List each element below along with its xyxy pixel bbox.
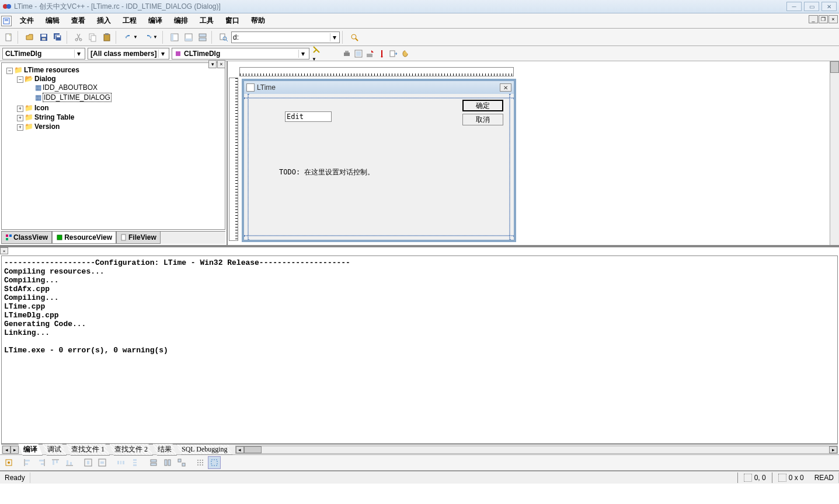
paste-button[interactable] <box>100 31 113 44</box>
svg-rect-21 <box>185 38 192 41</box>
output-tab-prev[interactable]: ◂ <box>2 446 11 454</box>
close-button[interactable]: ✕ <box>821 2 837 11</box>
cut-button[interactable] <box>72 31 85 44</box>
output-tab-sql[interactable]: SQL Debugging <box>176 444 233 455</box>
save-button[interactable] <box>37 31 50 44</box>
menu-insert[interactable]: 插入 <box>91 14 117 27</box>
align-left-button[interactable] <box>21 456 34 469</box>
expand-icon[interactable]: + <box>17 124 23 131</box>
make-same-size-button[interactable] <box>175 456 188 469</box>
tree-stringtable-folder[interactable]: String Table <box>34 113 74 121</box>
output-close-button[interactable]: × <box>0 247 8 254</box>
svg-rect-19 <box>171 34 173 41</box>
dialog-close-button[interactable]: ✕ <box>500 83 511 92</box>
horizontal-ruler[interactable] <box>239 67 514 76</box>
cancel-button[interactable]: 取消 <box>462 114 503 125</box>
go-button[interactable] <box>389 49 398 58</box>
workspace-pin-button[interactable]: ▾ <box>208 60 217 68</box>
menu-edit[interactable]: 编辑 <box>40 14 65 27</box>
build-compile-button[interactable] <box>342 49 351 58</box>
tree-item-ltime-dialog[interactable]: IDD_LTIME_DIALOG <box>43 93 112 102</box>
member-combo[interactable]: CLTimeDlg▾ <box>172 48 309 60</box>
open-button[interactable] <box>23 31 36 44</box>
align-right-button[interactable] <box>35 456 48 469</box>
filter-combo[interactable]: [All class members]▾ <box>88 48 169 60</box>
test-dialog-button[interactable] <box>2 456 15 469</box>
breakpoint-button[interactable] <box>401 49 410 58</box>
mdi-close[interactable]: × <box>828 15 838 23</box>
minimize-button[interactable]: ─ <box>786 2 802 11</box>
redo-button[interactable]: ▼ <box>141 31 160 44</box>
output-tab-next[interactable]: ▸ <box>11 446 19 454</box>
member-combo-value: CLTimeDlg <box>184 50 220 58</box>
menu-project[interactable]: 工程 <box>117 14 142 27</box>
tab-classview[interactable]: ClassView <box>1 232 52 244</box>
collapse-icon[interactable]: − <box>17 76 23 83</box>
make-same-height-button[interactable] <box>161 456 174 469</box>
space-down-button[interactable] <box>128 456 141 469</box>
tab-resourceview[interactable]: ResourceView <box>52 232 116 244</box>
build-button[interactable] <box>354 49 363 58</box>
todo-static-text[interactable]: TODO: 在这里设置对话控制。 <box>279 167 374 177</box>
editor-vscrollbar[interactable] <box>830 61 839 245</box>
center-horizontal-button[interactable] <box>96 456 109 469</box>
window-list-button[interactable] <box>196 31 209 44</box>
edit-control[interactable]: Edit <box>285 111 332 122</box>
menu-layout[interactable]: 编排 <box>168 14 194 27</box>
undo-button[interactable]: ▼ <box>121 31 140 44</box>
execute-button[interactable] <box>377 49 387 58</box>
output-text[interactable]: --------------------Configuration: LTime… <box>1 256 838 444</box>
stop-build-button[interactable] <box>365 49 375 58</box>
output-tab-find1[interactable]: 查找文件 1 <box>66 443 110 456</box>
menu-tools[interactable]: 工具 <box>194 14 220 27</box>
dialog-layout-toolbar <box>0 454 839 471</box>
tree-icon-folder[interactable]: Icon <box>34 104 49 112</box>
output-button[interactable] <box>182 31 195 44</box>
menu-help[interactable]: 帮助 <box>245 14 271 27</box>
center-vertical-button[interactable] <box>82 456 95 469</box>
align-top-button[interactable] <box>49 456 62 469</box>
toggle-grid-button[interactable] <box>194 456 207 469</box>
tab-fileview[interactable]: FileView <box>116 232 161 244</box>
output-tab-find2[interactable]: 查找文件 2 <box>109 443 153 456</box>
ok-button[interactable]: 确定 <box>462 100 503 111</box>
mdi-minimize[interactable]: _ <box>809 15 818 23</box>
output-tab-results[interactable]: 结果 <box>152 443 177 456</box>
align-bottom-button[interactable] <box>63 456 76 469</box>
dialog-titlebar[interactable]: LTime ✕ <box>244 81 514 94</box>
space-across-button[interactable] <box>114 456 127 469</box>
dialog-icon: ▦ <box>35 93 41 102</box>
collapse-icon[interactable]: − <box>6 68 13 74</box>
menu-build[interactable]: 编译 <box>142 14 168 27</box>
tree-item-aboutbox[interactable]: IDD_ABOUTBOX <box>43 83 98 92</box>
expand-icon[interactable]: + <box>17 115 23 121</box>
find-in-files-button[interactable] <box>217 31 230 44</box>
dialog-editor[interactable]: LTime ✕ Edit 确定 取消 TODO: 在这里设置对话控制。 <box>228 61 839 245</box>
workspace-close-button[interactable]: × <box>217 60 225 68</box>
find-combo[interactable]: d: ▾ <box>231 32 340 43</box>
copy-button[interactable] <box>86 31 99 44</box>
dialog-preview[interactable]: LTime ✕ Edit 确定 取消 TODO: 在这里设置对话控制。 <box>242 79 516 242</box>
output-tab-debug[interactable]: 调试 <box>42 443 67 456</box>
new-file-button[interactable] <box>2 31 15 44</box>
menu-file[interactable]: 文件 <box>14 14 40 27</box>
maximize-button[interactable]: ▭ <box>804 2 819 11</box>
menu-view[interactable]: 查看 <box>65 14 91 27</box>
mdi-restore[interactable]: ❐ <box>819 15 828 23</box>
resource-tree[interactable]: −📁 LTime resources −📂 Dialog ▦ IDD_ABOUT… <box>4 65 222 132</box>
find-button[interactable] <box>348 31 361 44</box>
tree-version-folder[interactable]: Version <box>34 123 60 131</box>
workspace-button[interactable] <box>168 31 181 44</box>
expand-icon[interactable]: + <box>17 106 23 112</box>
wizard-action-button[interactable]: ▼ <box>312 45 329 62</box>
tree-dialog-folder[interactable]: Dialog <box>34 75 56 83</box>
class-combo[interactable]: CLTimeDlg▾ <box>2 48 85 60</box>
output-tab-build[interactable]: 编译 <box>18 443 43 456</box>
vertical-ruler[interactable] <box>229 78 238 241</box>
toggle-guides-button[interactable] <box>208 456 221 469</box>
output-hscrollbar[interactable]: ◂▸ <box>235 446 838 454</box>
save-all-button[interactable] <box>51 31 64 44</box>
make-same-width-button[interactable] <box>147 456 160 469</box>
tree-root[interactable]: LTime resources <box>24 66 79 74</box>
menu-window[interactable]: 窗口 <box>220 14 245 27</box>
